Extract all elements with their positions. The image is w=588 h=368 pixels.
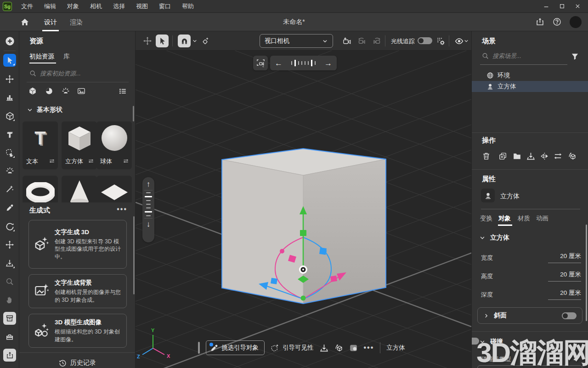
- pick-guide-object-button[interactable]: 挑选引导对象: [206, 340, 265, 355]
- menu-object[interactable]: 对象: [62, 0, 85, 13]
- collision-section-header[interactable]: 碰撞: [479, 338, 503, 346]
- gen-card-3d-to-image[interactable]: 3D 模型生成图像 根据描述和您的 3D 对象创建图像。: [28, 314, 127, 348]
- eyedropper-tool-icon[interactable]: [3, 201, 16, 214]
- filter-lights-icon[interactable]: [62, 87, 70, 95]
- duplicate-icon[interactable]: [498, 152, 507, 161]
- menu-view[interactable]: 视图: [130, 0, 153, 13]
- snap-magnet-icon[interactable]: [178, 34, 191, 47]
- height-value[interactable]: 20 厘米: [548, 270, 581, 282]
- camera-select[interactable]: 视口相机: [260, 34, 333, 48]
- collision-toggle[interactable]: [471, 338, 479, 345]
- drop-to-ground-icon[interactable]: [526, 152, 535, 161]
- raytrace-toggle[interactable]: [418, 37, 432, 44]
- zoom-tool-icon[interactable]: [3, 275, 16, 288]
- elevation-ticks[interactable]: [145, 192, 152, 216]
- help-icon[interactable]: [553, 17, 561, 26]
- pan-tool-icon[interactable]: [3, 238, 16, 251]
- depth-value[interactable]: 20 厘米: [548, 289, 581, 300]
- avatar[interactable]: [570, 16, 582, 28]
- text-tool-icon[interactable]: [3, 128, 16, 141]
- tune-icon[interactable]: [123, 158, 129, 166]
- replace-model-icon[interactable]: [568, 152, 577, 161]
- move-tool-icon[interactable]: [3, 73, 16, 86]
- scrollbar[interactable]: [586, 224, 587, 321]
- render-settings-icon[interactable]: [434, 34, 447, 47]
- basic-shapes-header[interactable]: 基本形状: [27, 106, 62, 114]
- shape-card-text[interactable]: T 文本: [23, 121, 58, 169]
- dolly-left-icon[interactable]: ←: [270, 59, 287, 67]
- menu-window[interactable]: 窗口: [153, 0, 176, 13]
- share-icon[interactable]: [536, 17, 544, 26]
- tab-design[interactable]: 设计: [38, 13, 63, 31]
- dolly-ticks[interactable]: [287, 60, 320, 66]
- maximize-icon[interactable]: [556, 1, 568, 12]
- light-tool-icon[interactable]: [3, 164, 16, 177]
- area-select-tool-icon[interactable]: [3, 146, 16, 159]
- primitive-cube-tool-icon[interactable]: [3, 109, 16, 122]
- swap-icon[interactable]: [554, 152, 562, 161]
- tab-library[interactable]: 库: [63, 52, 70, 61]
- bevel-toggle[interactable]: [562, 312, 577, 319]
- history-button[interactable]: 历史记录: [19, 359, 136, 367]
- tab-object[interactable]: 对象: [498, 214, 511, 223]
- collider-type-select[interactable]: [477, 365, 582, 368]
- dolly-right-icon[interactable]: →: [320, 59, 337, 67]
- camera-redo-icon[interactable]: [370, 34, 383, 47]
- mirror-icon[interactable]: [540, 152, 549, 161]
- drop-to-ground-tool-icon[interactable]: [3, 257, 16, 270]
- scene-item-environment[interactable]: 环境: [472, 70, 588, 81]
- camera-frame-button[interactable]: [253, 56, 268, 70]
- menu-select[interactable]: 选择: [107, 0, 130, 13]
- scrollbar[interactable]: [133, 216, 135, 294]
- asset-box-icon[interactable]: [3, 312, 16, 325]
- scene-search-input[interactable]: [492, 52, 557, 59]
- minimize-icon[interactable]: [540, 1, 552, 12]
- more-options-icon[interactable]: •••: [117, 205, 127, 213]
- snap-options-icon[interactable]: [199, 34, 212, 47]
- tune-icon[interactable]: [49, 158, 55, 166]
- menu-file[interactable]: 文件: [16, 0, 39, 13]
- menu-edit[interactable]: 编辑: [39, 0, 62, 13]
- tab-transform[interactable]: 变换: [480, 214, 492, 223]
- tab-material[interactable]: 材质: [518, 214, 530, 223]
- add-asset-icon[interactable]: [3, 34, 16, 47]
- width-value[interactable]: 20 厘米: [548, 252, 581, 263]
- shape-card-sphere[interactable]: 球体: [96, 121, 132, 169]
- close-icon[interactable]: [571, 1, 583, 12]
- send-to-icon[interactable]: [3, 349, 16, 362]
- filter-icon[interactable]: [571, 52, 579, 60]
- material-background-icon[interactable]: [349, 344, 358, 352]
- home-icon[interactable]: [20, 17, 29, 27]
- tab-animation[interactable]: 动画: [536, 214, 548, 223]
- tab-render[interactable]: 渲染: [63, 13, 89, 31]
- drop-to-ground-icon[interactable]: [320, 344, 328, 352]
- elevate-up-icon[interactable]: ↑: [147, 180, 151, 188]
- bevel-section[interactable]: 斜面: [477, 307, 582, 324]
- orbit-tool-icon[interactable]: [3, 220, 16, 233]
- scale-tool-icon[interactable]: [3, 91, 16, 104]
- tab-starter-assets[interactable]: 初始资源: [29, 52, 54, 61]
- list-view-icon[interactable]: [119, 87, 127, 95]
- filter-models-icon[interactable]: [28, 87, 37, 95]
- transform-gizmo-icon[interactable]: [141, 34, 154, 47]
- camera-undo-icon[interactable]: [355, 34, 368, 47]
- gen-card-text-to-3d[interactable]: 文字生成 3D 创建 3D 模型来引导 3D 模型生成图像或用于您的设计中。: [28, 220, 127, 269]
- menu-help[interactable]: 帮助: [176, 0, 199, 13]
- group-folder-icon[interactable]: [513, 152, 521, 161]
- viewport[interactable]: Y Z X 视口相机 光线追踪 ←: [136, 31, 471, 368]
- shape-card-cube[interactable]: 立方体: [62, 121, 97, 169]
- filter-images-icon[interactable]: [77, 87, 85, 95]
- chevron-down-icon[interactable]: [463, 34, 470, 47]
- cube-section-header[interactable]: 立方体: [479, 234, 509, 242]
- scene-item-cube[interactable]: 立方体: [472, 81, 588, 92]
- menu-camera[interactable]: 相机: [85, 0, 107, 13]
- drag-handle[interactable]: [198, 342, 200, 354]
- elevate-down-icon[interactable]: ↓: [147, 220, 151, 228]
- more-options-icon[interactable]: •••: [364, 344, 374, 352]
- add-camera-icon[interactable]: [340, 34, 353, 47]
- select-tool-icon[interactable]: [3, 54, 16, 67]
- magic-wand-tool-icon[interactable]: [3, 183, 16, 196]
- assets-search-input[interactable]: [40, 70, 109, 77]
- cube-rotate-icon[interactable]: [334, 344, 343, 352]
- scrollbar[interactable]: [133, 106, 134, 121]
